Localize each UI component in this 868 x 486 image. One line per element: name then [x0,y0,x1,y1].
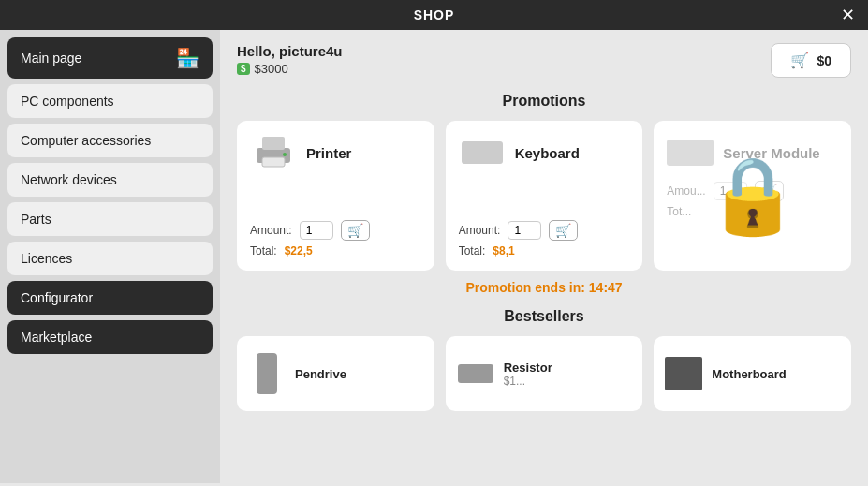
sidebar-item-label: PC components [21,94,114,109]
sidebar-item-label: Computer accessories [21,133,151,148]
store-icon: 🏪 [176,47,199,69]
printer-footer: Amount: 🛒 Total: $22,5 [250,220,421,258]
resistor-price: $1... [504,375,552,388]
cart-button[interactable]: 🛒 $0 [771,43,851,78]
printer-amount-row: Amount: 🛒 [250,220,421,241]
sidebar: Main page 🏪 PC components Computer acces… [0,30,220,483]
total-label: Total: [459,244,486,258]
promotion-card-server-module: Server Module Amou... 🛒 Tot... [654,121,851,271]
title-bar: SHOP ✕ [0,0,868,30]
motherboard-image [665,355,702,392]
sidebar-item-label: Network devices [21,172,117,187]
sidebar-item-network-devices[interactable]: Network devices [7,163,213,197]
keyboard-amount-input[interactable] [508,221,541,240]
sidebar-item-label: Licences [21,251,72,266]
promotions-title: Promotions [237,93,851,110]
keyboard-image [459,134,506,171]
amount-label: Amount: [250,224,292,237]
pendrive-name: Pendrive [295,367,346,381]
lock-icon: 🔒 [706,158,800,233]
sidebar-item-pc-components[interactable]: PC components [7,84,213,118]
pendrive-image [248,355,286,392]
bestseller-card-pendrive: Pendrive [237,336,434,411]
keyboard-add-cart-button[interactable]: 🛒 [549,220,578,241]
sidebar-item-label: Marketplace [21,330,92,345]
bestsellers-row: Pendrive Resistor $1... [237,336,851,411]
sidebar-item-label: Parts [21,212,51,227]
balance-row: $ $3000 [237,62,343,76]
greeting-text: Hello, picture4u [237,43,343,59]
printer-total-row: Total: $22,5 [250,244,421,258]
app-title: SHOP [414,7,455,22]
bestseller-card-motherboard: Motherboard [654,336,851,411]
pendrive-info: Pendrive [295,367,346,381]
sidebar-item-main-page[interactable]: Main page 🏪 [7,37,213,79]
svg-point-3 [283,153,287,156]
promotion-card-keyboard: Keyboard Amount: 🛒 Total: $8,1 [446,121,643,271]
lock-overlay: 🔒 [654,121,851,271]
printer-amount-input[interactable] [300,221,333,240]
amount-label: Amount: [459,224,501,237]
cart-icon: 🛒 [790,52,809,69]
balance-value: $3000 [255,62,288,76]
keyboard-total-value: $8,1 [493,244,514,258]
user-info: Hello, picture4u $ $3000 [237,43,343,76]
printer-total-value: $22,5 [285,244,313,258]
product-header-printer: Printer [250,134,421,171]
balance-icon: $ [237,63,250,75]
promotion-card-printer: Printer Amount: 🛒 Total: $22,5 [237,121,434,271]
keyboard-name: Keyboard [515,145,580,161]
cart-total: $0 [817,53,831,68]
sidebar-item-label: Main page [21,51,81,66]
printer-name: Printer [306,145,351,161]
keyboard-total-row: Total: $8,1 [459,244,630,258]
product-header-keyboard: Keyboard [459,134,630,171]
svg-rect-1 [262,137,285,150]
sidebar-item-marketplace[interactable]: Marketplace [7,320,213,354]
sidebar-item-configurator[interactable]: Configurator [7,281,213,315]
content-area: Hello, picture4u $ $3000 🛒 $0 Promotions [220,30,868,483]
sidebar-item-parts[interactable]: Parts [7,202,213,236]
total-label: Total: [250,244,277,258]
promotion-timer: Promotion ends in: 14:47 [237,280,851,295]
sidebar-item-licences[interactable]: Licences [7,242,213,275]
sidebar-item-computer-accessories[interactable]: Computer accessories [7,124,213,157]
resistor-name: Resistor [504,361,552,375]
bestseller-card-resistor: Resistor $1... [446,336,643,411]
bestsellers-title: Bestsellers [237,308,851,325]
header-row: Hello, picture4u $ $3000 🛒 $0 [237,43,851,78]
resistor-image [457,355,494,392]
motherboard-name: Motherboard [712,367,786,381]
promotions-cards-row: Printer Amount: 🛒 Total: $22,5 [237,121,851,271]
printer-image [250,134,297,171]
svg-rect-2 [262,157,285,167]
keyboard-amount-row: Amount: 🛒 [459,220,630,241]
keyboard-footer: Amount: 🛒 Total: $8,1 [459,220,630,258]
resistor-info: Resistor $1... [504,361,552,388]
sidebar-item-label: Configurator [21,290,93,305]
printer-add-cart-button[interactable]: 🛒 [341,220,370,241]
close-button[interactable]: ✕ [841,7,855,23]
motherboard-info: Motherboard [712,367,786,381]
